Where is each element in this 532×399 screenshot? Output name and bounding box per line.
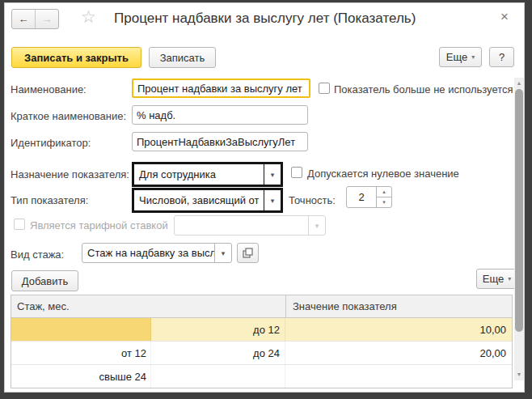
chevron-down-icon: ▾ (508, 275, 511, 282)
zero-allowed-label: Допускается нулевое значение (307, 168, 459, 180)
open-icon (243, 248, 253, 258)
history-nav-group: ← → (11, 9, 59, 29)
cell-from[interactable] (11, 318, 151, 341)
identifier-input[interactable] (132, 132, 308, 151)
cell-value[interactable]: 10,00 (285, 318, 512, 341)
precision-stepper[interactable]: 2 ▴ ▾ (346, 186, 392, 208)
identifier-label: Идентификатор: (11, 137, 91, 149)
name-input[interactable] (132, 79, 310, 98)
purpose-label: Назначение показателя: (11, 168, 129, 180)
back-icon[interactable]: ← (12, 10, 35, 28)
short-name-label: Краткое наименование: (11, 110, 126, 122)
table-row[interactable]: до 12 10,00 (11, 318, 512, 342)
table-header-row: Стаж, мес. Значение показателя (11, 295, 512, 318)
zero-allowed-checkbox[interactable] (291, 167, 302, 178)
forward-icon[interactable]: → (35, 10, 58, 28)
type-select-value: Числовой, зависящий от (134, 190, 264, 210)
purpose-select-value: Для сотрудника (134, 164, 264, 185)
table-more-button[interactable]: Еще ▾ (476, 269, 517, 289)
purpose-select[interactable]: Для сотрудника ▾ (132, 162, 283, 187)
precision-label: Точность: (289, 194, 336, 206)
indicator-form-window: ← → ☆ Процент надбавки за выслугу лет (П… (0, 0, 532, 399)
chevron-down-icon[interactable]: ▾ (214, 244, 231, 262)
cell-to[interactable]: до 24 (151, 342, 285, 364)
type-select[interactable]: Числовой, зависящий от ▾ (132, 188, 283, 213)
experience-kind-value: Стаж на надбавку за высл (82, 244, 214, 262)
help-button[interactable]: ? (489, 47, 514, 67)
table-row[interactable]: от 12 до 24 20,00 (11, 342, 512, 365)
page-title: Процент надбавки за выслугу лет (Показат… (114, 11, 416, 27)
table-row[interactable]: свыше 24 (11, 365, 512, 388)
short-name-input[interactable] (132, 105, 308, 125)
spin-down-icon[interactable]: ▾ (377, 197, 391, 207)
chevron-down-icon: ▾ (308, 216, 325, 235)
open-experience-kind-button[interactable] (237, 243, 259, 263)
cell-to[interactable] (151, 365, 285, 388)
cell-to[interactable]: до 12 (151, 318, 285, 341)
scroll-up-icon[interactable]: ▲ (514, 78, 524, 87)
cell-from[interactable]: свыше 24 (11, 365, 151, 388)
chevron-down-icon[interactable]: ▾ (264, 190, 281, 210)
tariff-rate-label: Является тарифной ставкой (30, 219, 168, 231)
not-used-label: Показатель больше не используется (334, 83, 515, 96)
cell-from[interactable]: от 12 (11, 342, 151, 364)
chevron-down-icon: ▾ (471, 53, 475, 61)
add-row-button[interactable]: Добавить (11, 270, 78, 291)
scrollbar-thumb[interactable] (515, 89, 523, 332)
tariff-rate-select-value (175, 216, 308, 235)
spin-up-icon[interactable]: ▴ (377, 187, 391, 197)
name-label: Наименование: (11, 83, 87, 96)
precision-arrows: ▴ ▾ (376, 187, 391, 207)
experience-kind-select[interactable]: Стаж на надбавку за высл ▾ (82, 243, 232, 263)
precision-value: 2 (347, 187, 376, 207)
favorite-star-icon[interactable]: ☆ (81, 7, 96, 27)
close-icon[interactable]: × (500, 9, 509, 25)
more-button[interactable]: Еще ▾ (439, 47, 482, 67)
chevron-down-icon[interactable]: ▾ (264, 164, 281, 185)
tariff-rate-select: ▾ (174, 215, 326, 236)
save-and-close-button[interactable]: Записать и закрыть (11, 47, 141, 68)
type-label: Тип показателя: (11, 194, 88, 206)
scroll-down-icon[interactable]: ▼ (514, 369, 524, 379)
cell-value[interactable]: 20,00 (285, 342, 512, 364)
column-header-value[interactable]: Значение показателя (285, 295, 512, 317)
column-header-experience[interactable]: Стаж, мес. (11, 295, 285, 317)
save-button[interactable]: Записать (149, 47, 216, 68)
experience-kind-label: Вид стажа: (11, 248, 64, 261)
not-used-checkbox[interactable] (319, 83, 330, 94)
values-table: Стаж, мес. Значение показателя до 12 10,… (11, 295, 513, 388)
cell-value[interactable] (285, 365, 512, 388)
more-button-label: Еще (446, 51, 467, 63)
table-more-label: Еще (483, 273, 504, 285)
tariff-rate-checkbox (14, 219, 25, 230)
